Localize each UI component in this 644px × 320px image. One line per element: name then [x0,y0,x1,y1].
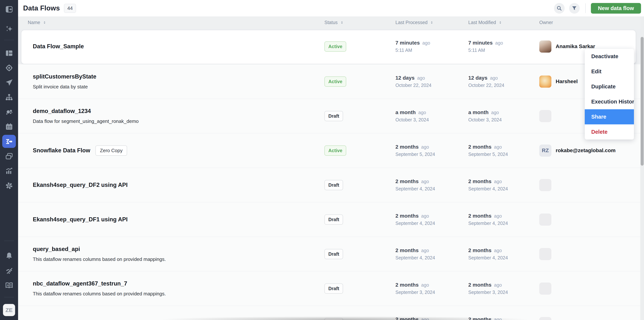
menu-item-delete[interactable]: Delete [585,124,634,140]
relative-time-value: a month [396,110,416,115]
owner-cell [539,306,552,320]
filter-icon [571,5,577,11]
page-header: Data Flows 44 New data flow [18,0,644,17]
filter-button[interactable] [569,3,580,14]
relative-time-suffix: ago [492,248,502,253]
relative-time-value: 12 days [468,75,488,81]
page-title: Data Flows [23,4,60,12]
sidebar-item-notifications-bell[interactable] [0,248,18,263]
owner-cell [539,271,552,306]
sidebar-item-hierarchy[interactable] [0,90,18,105]
column-header-label: Owner [539,20,553,25]
dataflow-name[interactable]: nbc_dataflow_agent367_testrun_7 [33,280,127,287]
sort-icon [498,21,502,25]
relative-time: 2 months ago [396,144,435,150]
column-header-name[interactable]: Name [28,17,46,29]
user-avatar[interactable]: ZE [3,304,15,316]
name-line: Snowflake Data FlowZero Copy [33,145,127,156]
data-flows-page: AZE Data Flows 44 New data flow NameStat… [0,0,644,320]
absolute-time: October 22, 2024 [468,83,504,88]
status-cell: Draft [324,99,343,133]
owner-avatar [539,179,552,191]
relative-time: a month ago [396,110,429,115]
column-header-last-processed[interactable]: Last Processed [396,17,434,29]
last-processed-cell: 2 months agoSeptember 4, 2024 [396,202,435,237]
relative-time-value: 2 months [468,282,492,288]
sidebar-item-sparkles-ai[interactable] [0,22,18,36]
last-processed-cell: 7 minutes ago5:11 AM [396,29,430,64]
sidebar-toggle-button[interactable] [0,2,18,17]
search-button[interactable] [554,3,564,14]
menu-item-deactivate[interactable]: Deactivate [585,49,634,64]
dataflow-row[interactable]: nbc_dataflow_agent367_testrun_7This data… [18,271,644,306]
owner-avatar [539,248,552,260]
relative-time-value: 2 months [468,178,492,184]
analytics-icon [5,167,14,175]
column-header-last-modified[interactable]: Last Modified [468,17,502,29]
dataflow-row[interactable]: Snowflake Data FlowZero CopyActive2 mont… [18,133,644,168]
name-line: demo_dataflow_1234 [33,108,139,115]
menu-item-share[interactable]: Share [585,109,634,124]
relative-time: 2 months ago [468,282,508,288]
menu-item-edit[interactable]: Edit [585,64,634,79]
dataflow-row[interactable]: Ekansh4sep_query_DF2 using APIDraft2 mon… [18,168,644,202]
dataflow-row[interactable]: splitCustomersByStateSplit invoice data … [18,64,644,99]
last-modified-cell: 7 minutes ago5:11 AM [468,29,503,64]
relative-time-suffix: ago [492,282,502,287]
sidebar-item-signal-status[interactable] [0,263,18,278]
sidebar-item-segments-cluster[interactable] [0,105,18,119]
dataflow-row[interactable]: demo_dataflow_1234Data flow for segment_… [18,99,644,133]
name-line: query_based_api [33,246,166,252]
relative-time: 2 months ago [396,213,435,219]
dataflow-name[interactable]: query_based_api [33,246,80,252]
dataflow-name[interactable]: Data Flow_Sample [33,43,84,50]
relative-time-value: 7 minutes [468,40,493,46]
sidebar-item-collections[interactable] [0,149,18,164]
new-data-flow-button[interactable]: New data flow [591,3,641,14]
dataflow-name[interactable]: Ekansh4sep_query_DF2 using API [33,182,128,188]
column-header-label: Last Modified [468,20,496,25]
sidebar: AZE [0,0,18,320]
dashboard-icon [5,49,14,58]
relative-time-value: 12 days [396,75,414,81]
last-modified-cell: a month agoOctober 3, 2024 [468,99,502,133]
dataflow-name[interactable]: Ekansh4sep_query_DF1 using API [33,216,128,223]
sidebar-item-audience-target[interactable] [0,60,18,75]
sidebar-item-send-campaign[interactable] [0,75,18,90]
dataflow-row[interactable]: query_based_apiThis dataflow renames col… [18,237,644,271]
dataflow-name[interactable]: splitCustomersByState [33,73,96,80]
last-modified-cell: 2 months agoSeptember 5, 2024 [468,133,508,168]
owner-name: rokabe@zetaglobal.com [556,148,616,153]
absolute-time: September 4, 2024 [396,186,435,191]
dataflow-name[interactable]: demo_dataflow_1234 [33,108,91,115]
dataflow-row[interactable]: Ekansh4sep_query_DF1 using APIDraft2 mon… [18,202,644,237]
status-cell: Draft [324,271,343,306]
sidebar-item-data-flows[interactable] [0,134,18,149]
absolute-time: 5:11 AM [468,48,503,53]
menu-item-execution-history[interactable]: Execution History [585,94,634,109]
dataflow-row[interactable]: Data Flow_SampleActive7 minutes ago5:11 … [18,29,644,64]
vertical-scrollbar[interactable] [640,17,644,320]
sidebar-item-analytics[interactable] [0,164,18,178]
absolute-time: 5:11 AM [396,48,430,53]
relative-time-suffix: ago [414,75,425,81]
owner-cell: Harsheel [539,64,578,99]
menu-item-duplicate[interactable]: Duplicate [585,79,634,94]
relative-time-value: a month [468,110,488,115]
relative-time-value: 2 months [396,247,418,253]
data-flows-icon [5,137,14,146]
last-modified-cell: 2 months agoSeptember 4, 2024 [468,202,508,237]
column-header-status[interactable]: Status [324,17,344,29]
dataflow-name[interactable]: Snowflake Data Flow [33,147,90,154]
svg-text:A: A [7,284,8,287]
relative-time-suffix: ago [492,213,502,219]
name-cell: Ekansh4sep_query_DF1 using API [33,202,128,237]
scrollbar-thumb[interactable] [641,37,644,166]
sidebar-item-knowledge-book[interactable]: A [0,278,18,292]
sidebar-item-settings-gear[interactable] [0,178,18,193]
name-cell: demo_dataflow_1234Data flow for segment_… [33,99,139,133]
sidebar-divider [4,297,14,297]
sidebar-item-calendar[interactable] [0,119,18,134]
sidebar-item-dashboard[interactable] [0,46,18,60]
relative-time-suffix: ago [418,248,429,253]
